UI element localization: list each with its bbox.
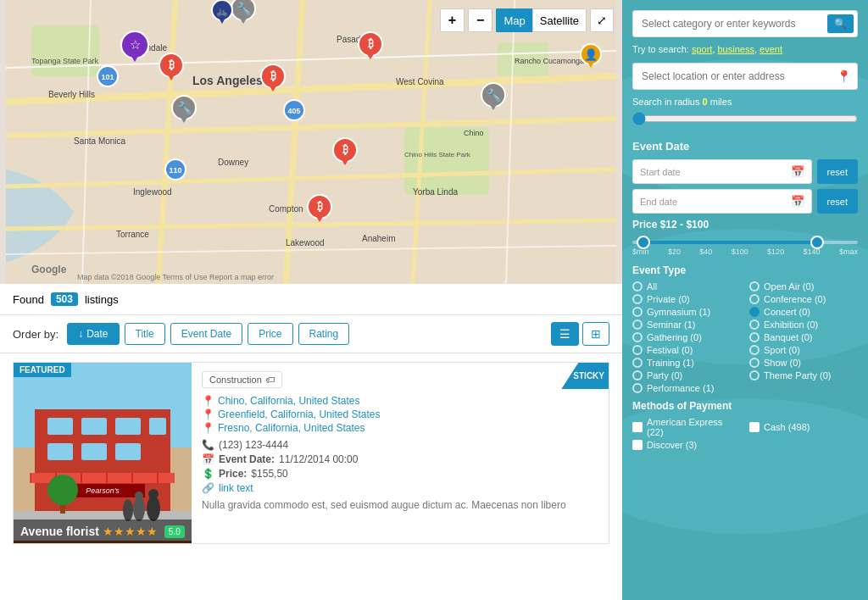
- listing-rating: 5.0: [164, 525, 185, 538]
- price-thumb-min[interactable]: [637, 236, 650, 249]
- event-type-conference[interactable]: Conference (0): [749, 294, 858, 304]
- event-type-private[interactable]: Private (0): [632, 294, 741, 304]
- end-date-reset-button[interactable]: reset: [817, 189, 858, 214]
- radio-concert[interactable]: [749, 307, 760, 317]
- event-type-private-label: Private (0): [647, 294, 690, 304]
- event-type-festival[interactable]: Festival (0): [632, 345, 741, 355]
- location-1: Chino, California, United States: [218, 395, 359, 407]
- svg-text:Chino Hills State Park: Chino Hills State Park: [404, 151, 471, 158]
- right-sidebar: 🔍 Try to search: sport, business, event …: [622, 0, 868, 600]
- location-2: Greenfield, California, United States: [218, 408, 380, 420]
- radio-training[interactable]: [632, 358, 643, 368]
- svg-text:Map data ©2018 Google  Terms o: Map data ©2018 Google Terms of Use Repor…: [77, 273, 274, 281]
- event-type-sport[interactable]: Sport (0): [749, 345, 858, 355]
- event-type-training[interactable]: Training (1): [632, 358, 741, 368]
- radio-private[interactable]: [632, 294, 643, 304]
- location-search-input[interactable]: [632, 63, 858, 90]
- radio-gathering[interactable]: [632, 332, 643, 342]
- svg-point-93: [147, 496, 160, 521]
- svg-rect-77: [81, 418, 107, 435]
- event-type-party[interactable]: Party (0): [632, 370, 741, 381]
- radio-party[interactable]: [632, 370, 643, 381]
- event-type-seminar[interactable]: Seminar (1): [632, 319, 741, 330]
- results-count: 503: [51, 292, 78, 306]
- svg-text:☆: ☆: [130, 37, 141, 52]
- order-title-button[interactable]: Title: [125, 323, 165, 345]
- payment-discover[interactable]: Discover (3): [632, 440, 741, 450]
- svg-rect-81: [81, 443, 107, 460]
- order-bar: Order by: ↓ Date Title Event Date Price …: [0, 315, 622, 353]
- event-type-theme-party[interactable]: Theme Party (0): [749, 370, 858, 381]
- price-thumb-max[interactable]: [810, 236, 824, 249]
- event-type-concert[interactable]: Concert (0): [749, 307, 858, 317]
- pin-icon-3: 📍: [202, 422, 214, 434]
- payment-amex-label: American Express (22): [647, 417, 741, 437]
- event-type-banquet[interactable]: Banquet (0): [749, 332, 858, 342]
- payment-cash[interactable]: Cash (498): [749, 417, 858, 437]
- checkbox-discover[interactable]: [632, 440, 643, 450]
- radio-show[interactable]: [749, 358, 760, 368]
- listing-area: FEATURED: [0, 353, 622, 600]
- order-date-button[interactable]: ↓ Date: [67, 323, 119, 345]
- try-sport-link[interactable]: sport: [692, 44, 712, 54]
- svg-point-97: [123, 499, 133, 521]
- radio-sport[interactable]: [749, 345, 760, 355]
- link-text[interactable]: link text: [219, 482, 253, 494]
- radius-slider[interactable]: [632, 112, 858, 125]
- listing-link[interactable]: 🔗 link text: [202, 482, 598, 494]
- price-ticks: $min $20 $40 $100 $120 $140 $max: [632, 247, 858, 256]
- category-search-input[interactable]: [632, 10, 858, 37]
- order-price-button[interactable]: Price: [248, 323, 292, 345]
- try-business-link[interactable]: business: [718, 44, 754, 54]
- list-view-button[interactable]: ☰: [551, 322, 579, 346]
- radio-seminar[interactable]: [632, 319, 643, 330]
- payment-amex[interactable]: American Express (22): [632, 417, 741, 437]
- radio-all[interactable]: [632, 281, 643, 292]
- pin-icon-2: 📍: [202, 408, 214, 420]
- category-search-button[interactable]: 🔍: [827, 14, 854, 33]
- event-type-all[interactable]: All: [632, 281, 741, 292]
- zoom-out-button[interactable]: −: [468, 8, 492, 32]
- listing-tag[interactable]: Construction 🏷: [202, 371, 282, 388]
- order-eventdate-button[interactable]: Event Date: [170, 323, 242, 345]
- listing-card: FEATURED: [13, 362, 609, 544]
- try-event-link[interactable]: event: [760, 44, 782, 54]
- event-type-open-air-label: Open Air (0): [764, 281, 814, 292]
- satellite-view-button[interactable]: Satellite: [532, 8, 587, 32]
- zoom-in-button[interactable]: +: [440, 8, 465, 32]
- radio-performance[interactable]: [632, 383, 643, 393]
- event-type-exhibition[interactable]: Exhibition (0): [749, 319, 858, 330]
- radio-festival[interactable]: [632, 345, 643, 355]
- event-type-gymnasium[interactable]: Gymnasium (1): [632, 307, 741, 317]
- end-date-row: End date 📅 reset: [632, 189, 858, 214]
- event-type-performance[interactable]: Performance (1): [632, 383, 741, 393]
- location-item-2: 📍 Greenfield, California, United States: [202, 408, 598, 420]
- radio-open-air[interactable]: [749, 281, 760, 292]
- start-date-reset-button[interactable]: reset: [817, 159, 858, 184]
- radio-theme-party[interactable]: [749, 370, 760, 381]
- checkbox-cash[interactable]: [749, 422, 760, 432]
- checkbox-amex[interactable]: [632, 422, 643, 432]
- event-type-gathering[interactable]: Gathering (0): [632, 332, 741, 342]
- link-icon: 🔗: [202, 482, 214, 494]
- payment-discover-label: Discover (3): [647, 440, 697, 450]
- event-type-show[interactable]: Show (0): [749, 358, 858, 368]
- end-date-calendar-icon: 📅: [791, 195, 804, 208]
- grid-view-button[interactable]: ⊞: [582, 322, 609, 346]
- radio-exhibition[interactable]: [749, 319, 760, 330]
- end-date-field[interactable]: End date 📅: [632, 189, 812, 214]
- radio-gymnasium[interactable]: [632, 307, 643, 317]
- order-rating-button[interactable]: Rating: [298, 323, 350, 345]
- try-search: Try to search: sport, business, event: [632, 44, 858, 54]
- event-type-open-air[interactable]: Open Air (0): [749, 281, 858, 292]
- map-view-button[interactable]: Map: [496, 8, 531, 32]
- start-date-field[interactable]: Start date 📅: [632, 159, 812, 184]
- svg-text:101: 101: [101, 73, 114, 81]
- svg-text:₿: ₿: [317, 200, 323, 213]
- svg-point-96: [135, 492, 143, 500]
- event-type-gathering-label: Gathering (0): [647, 332, 702, 342]
- svg-text:West Covina: West Covina: [396, 77, 444, 86]
- radio-banquet[interactable]: [749, 332, 760, 342]
- radio-conference[interactable]: [749, 294, 760, 304]
- map-expand-button[interactable]: ⤢: [590, 8, 614, 32]
